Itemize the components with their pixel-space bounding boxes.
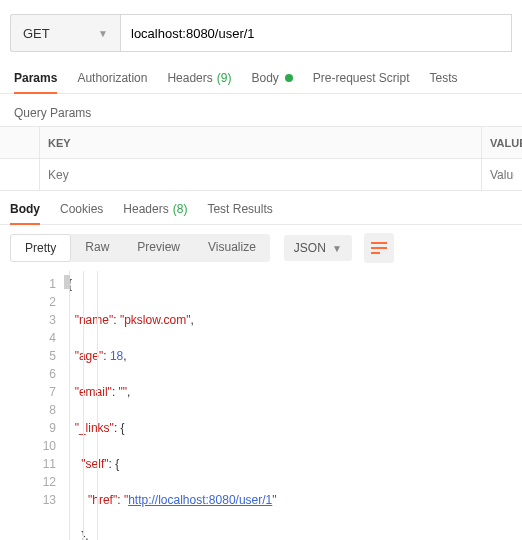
resp-tab-headers-label: Headers bbox=[123, 202, 168, 216]
view-mode-row: Pretty Raw Preview Visualize JSON ▼ bbox=[0, 225, 522, 271]
chevron-down-icon: ▼ bbox=[332, 243, 342, 254]
json-key: "href" bbox=[88, 493, 117, 507]
json-link[interactable]: http://localhost:8080/user/1 bbox=[128, 493, 272, 507]
format-label: JSON bbox=[294, 241, 326, 255]
tab-params-label: Params bbox=[14, 71, 57, 85]
line-number: 3 bbox=[0, 311, 56, 329]
view-mode-segment: Pretty Raw Preview Visualize bbox=[10, 234, 270, 262]
line-number: 9 bbox=[0, 419, 56, 437]
json-key: "self" bbox=[81, 457, 108, 471]
line-number: 7 bbox=[0, 383, 56, 401]
json-value: "pkslow.com" bbox=[120, 313, 191, 327]
format-select[interactable]: JSON ▼ bbox=[284, 235, 352, 261]
line-gutter: 1 2 3 4 5 6 7 8 9 10 11 12 13 bbox=[0, 271, 64, 540]
response-code: 1 2 3 4 5 6 7 8 9 10 11 12 13 { "name": … bbox=[0, 271, 522, 540]
tab-prerequest-label: Pre-request Script bbox=[313, 71, 410, 85]
response-tabs: Body Cookies Headers (8) Test Results bbox=[0, 191, 522, 225]
tab-headers-label: Headers bbox=[167, 71, 212, 85]
cursor-icon bbox=[64, 275, 70, 289]
tab-prerequest[interactable]: Pre-request Script bbox=[313, 71, 410, 93]
chevron-down-icon: ▼ bbox=[98, 28, 108, 39]
method-select[interactable]: GET ▼ bbox=[10, 14, 120, 52]
value-cell[interactable] bbox=[482, 159, 522, 191]
line-number: 13 bbox=[0, 491, 56, 509]
resp-tab-body[interactable]: Body bbox=[10, 202, 40, 225]
value-input[interactable] bbox=[490, 168, 514, 182]
row-selector-head bbox=[0, 127, 40, 159]
wrap-icon bbox=[370, 241, 388, 255]
key-input[interactable] bbox=[48, 168, 473, 182]
tab-tests-label: Tests bbox=[430, 71, 458, 85]
resp-tab-headers-count: (8) bbox=[173, 202, 188, 216]
row-selector[interactable] bbox=[0, 159, 40, 191]
query-params-table: KEY VALUE bbox=[0, 126, 522, 191]
view-raw-button[interactable]: Raw bbox=[71, 234, 123, 262]
line-number: 12 bbox=[0, 473, 56, 491]
view-pretty-button[interactable]: Pretty bbox=[10, 234, 71, 262]
tab-tests[interactable]: Tests bbox=[430, 71, 458, 93]
dot-icon bbox=[285, 74, 293, 82]
tab-authorization-label: Authorization bbox=[77, 71, 147, 85]
tab-params[interactable]: Params bbox=[14, 71, 57, 94]
line-number: 5 bbox=[0, 347, 56, 365]
line-number: 2 bbox=[0, 293, 56, 311]
view-visualize-button[interactable]: Visualize bbox=[194, 234, 270, 262]
json-key: "_links" bbox=[75, 421, 114, 435]
resp-tab-body-label: Body bbox=[10, 202, 40, 216]
tab-headers-count: (9) bbox=[217, 71, 232, 85]
url-input[interactable] bbox=[120, 14, 512, 52]
json-value: "" bbox=[119, 385, 128, 399]
line-number: 6 bbox=[0, 365, 56, 383]
tab-authorization[interactable]: Authorization bbox=[77, 71, 147, 93]
code-source[interactable]: { "name": "pkslow.com", "age": 18, "emai… bbox=[64, 271, 522, 540]
line-number: 1 bbox=[0, 275, 56, 293]
json-key: "age" bbox=[75, 349, 104, 363]
resp-tab-cookies-label: Cookies bbox=[60, 202, 103, 216]
query-params-title: Query Params bbox=[0, 94, 522, 126]
line-number: 11 bbox=[0, 455, 56, 473]
method-label: GET bbox=[23, 26, 50, 41]
line-number: 4 bbox=[0, 329, 56, 347]
json-key: "name" bbox=[75, 313, 114, 327]
key-cell[interactable] bbox=[40, 159, 482, 191]
json-value: 18 bbox=[110, 349, 123, 363]
json-key: "email" bbox=[75, 385, 112, 399]
tab-body[interactable]: Body bbox=[251, 71, 292, 93]
resp-tab-cookies[interactable]: Cookies bbox=[60, 202, 103, 224]
resp-tab-headers[interactable]: Headers (8) bbox=[123, 202, 187, 224]
line-number: 8 bbox=[0, 401, 56, 419]
view-preview-button[interactable]: Preview bbox=[123, 234, 194, 262]
col-key-header: KEY bbox=[40, 127, 482, 159]
request-tabs: Params Authorization Headers (9) Body Pr… bbox=[0, 62, 522, 94]
wrap-lines-button[interactable] bbox=[364, 233, 394, 263]
tab-body-label: Body bbox=[251, 71, 278, 85]
col-value-header: VALUE bbox=[482, 127, 522, 159]
resp-tab-testresults-label: Test Results bbox=[207, 202, 272, 216]
line-number: 10 bbox=[0, 437, 56, 455]
resp-tab-testresults[interactable]: Test Results bbox=[207, 202, 272, 224]
tab-headers[interactable]: Headers (9) bbox=[167, 71, 231, 93]
